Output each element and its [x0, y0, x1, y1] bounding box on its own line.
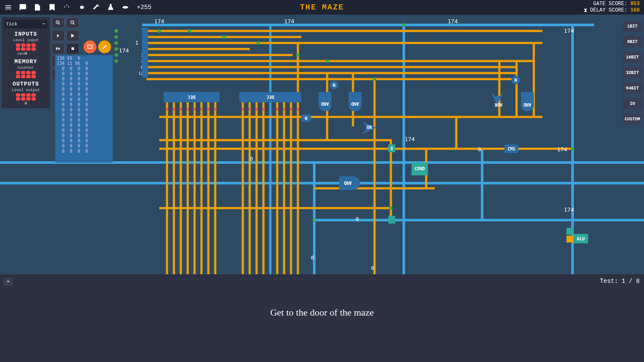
fast-forward-button[interactable] — [52, 43, 65, 54]
svg-text:OR: OR — [367, 125, 372, 130]
gear-icon[interactable] — [77, 3, 86, 12]
palette-16bit[interactable]: 16BIT — [622, 52, 642, 63]
svg-point-81 — [325, 59, 329, 63]
svg-text:174: 174 — [405, 136, 415, 142]
svg-point-102 — [571, 147, 574, 150]
svg-rect-135 — [71, 47, 74, 50]
palette-8bit[interactable]: 8BIT — [622, 36, 642, 47]
inputs-leds — [4, 43, 47, 51]
svg-point-77 — [188, 29, 191, 33]
svg-text:N: N — [514, 78, 517, 83]
svg-point-100 — [313, 218, 316, 222]
book-icon[interactable] — [47, 3, 57, 12]
zoom-out-button[interactable] — [66, 17, 79, 28]
svg-point-92 — [242, 108, 244, 110]
svg-text:0: 0 — [356, 216, 359, 222]
svg-point-87 — [186, 108, 189, 110]
wrench-icon[interactable] — [91, 3, 101, 12]
svg-point-82 — [373, 77, 376, 81]
svg-point-101 — [389, 206, 393, 210]
svg-point-103 — [115, 29, 118, 33]
palette-32bit[interactable]: 32BIT — [622, 67, 642, 78]
svg-text:0: 0 — [371, 265, 375, 271]
svg-text:0: 0 — [478, 146, 481, 153]
svg-text:AND: AND — [321, 101, 329, 106]
step-button[interactable] — [52, 30, 65, 41]
svg-text:CMS: CMS — [508, 147, 515, 151]
svg-text:ALU: ALU — [577, 236, 585, 241]
svg-text:174: 174 — [564, 28, 574, 34]
svg-text:AND: AND — [351, 101, 359, 106]
tick-selector[interactable]: Tick − — [4, 20, 47, 28]
memory-view[interactable]: 130 69 0 134 11 96 0 0 0 0 0 0 0 0 0 0 0… — [55, 55, 113, 163]
svg-text:174: 174 — [448, 18, 458, 25]
svg-rect-73 — [388, 216, 395, 224]
menu-icon[interactable] — [3, 3, 13, 12]
play-button[interactable] — [66, 30, 79, 41]
svg-point-83 — [402, 23, 406, 27]
palette-64bit[interactable]: 64BIT — [622, 83, 642, 94]
memory-heading: MEMORY — [4, 58, 47, 65]
io-panel: Tick − INPUTS Level input 0 MEMORY Count… — [2, 17, 50, 108]
svg-point-96 — [276, 108, 279, 110]
svg-rect-138 — [88, 45, 93, 48]
inputs-heading: INPUTS — [4, 31, 47, 37]
svg-point-107 — [115, 53, 118, 57]
svg-rect-74 — [567, 228, 573, 235]
svg-point-88 — [193, 108, 196, 110]
score-display: GATE SCORE: 853 ⧗ DELAY SCORE: 160 — [584, 1, 640, 14]
palette-io[interactable]: IO — [622, 98, 642, 109]
component-palette: 1BIT 8BIT 16BIT 32BIT 64BIT IO CUSTOM — [622, 21, 642, 125]
svg-text:1: 1 — [135, 40, 139, 46]
svg-point-108 — [115, 59, 118, 63]
svg-point-90 — [207, 108, 210, 110]
svg-text:174: 174 — [284, 18, 294, 25]
svg-text:NOR: NOR — [494, 102, 502, 107]
svg-text:N: N — [305, 116, 307, 121]
svg-text:174: 174 — [564, 206, 574, 213]
component-count: +255 — [137, 4, 152, 11]
zoom-in-button[interactable] — [52, 17, 65, 28]
test-counter: Test: 1 / 8 — [600, 278, 640, 285]
svg-rect-75 — [567, 236, 573, 242]
svg-point-86 — [180, 108, 182, 110]
chip-icon[interactable] — [121, 3, 130, 12]
svg-point-85 — [173, 108, 175, 110]
console-button[interactable] — [84, 40, 96, 53]
svg-point-99 — [297, 108, 299, 110]
palette-custom[interactable]: CUSTOM — [622, 114, 642, 125]
collapse-button[interactable] — [3, 278, 13, 285]
svg-text:0: 0 — [390, 146, 393, 151]
svg-text:DEC: DEC — [188, 95, 195, 99]
svg-point-89 — [200, 108, 203, 110]
svg-point-79 — [257, 41, 260, 45]
svg-point-106 — [115, 47, 118, 51]
svg-text:0: 0 — [311, 255, 314, 261]
svg-point-76 — [158, 29, 161, 33]
outputs-heading: OUTPUTS — [4, 81, 47, 87]
memory-leds — [4, 71, 47, 78]
svg-text:COND: COND — [415, 166, 425, 171]
stop-button[interactable] — [66, 43, 79, 54]
svg-point-91 — [214, 108, 217, 110]
svg-point-104 — [115, 35, 118, 39]
svg-point-97 — [283, 108, 285, 110]
chat-icon[interactable] — [18, 3, 28, 12]
edit-button[interactable] — [98, 40, 111, 53]
palette-1bit[interactable]: 1BIT — [622, 21, 642, 32]
svg-rect-132 — [142, 28, 148, 77]
svg-text:174: 174 — [119, 47, 129, 54]
objective-text: Get to the door of the maze — [270, 307, 374, 318]
svg-point-78 — [222, 35, 226, 39]
svg-text:174: 174 — [154, 18, 164, 25]
flask-icon[interactable] — [106, 3, 115, 12]
svg-text:174: 174 — [557, 146, 567, 153]
file-icon[interactable] — [33, 3, 42, 12]
svg-point-98 — [290, 108, 292, 110]
tree-icon[interactable] — [62, 3, 71, 12]
svg-point-94 — [255, 108, 258, 110]
frequency-label: 10kHz — [17, 52, 28, 55]
level-title: THE MAZE — [300, 3, 344, 12]
outputs-leds — [4, 93, 47, 101]
svg-point-0 — [122, 6, 128, 9]
